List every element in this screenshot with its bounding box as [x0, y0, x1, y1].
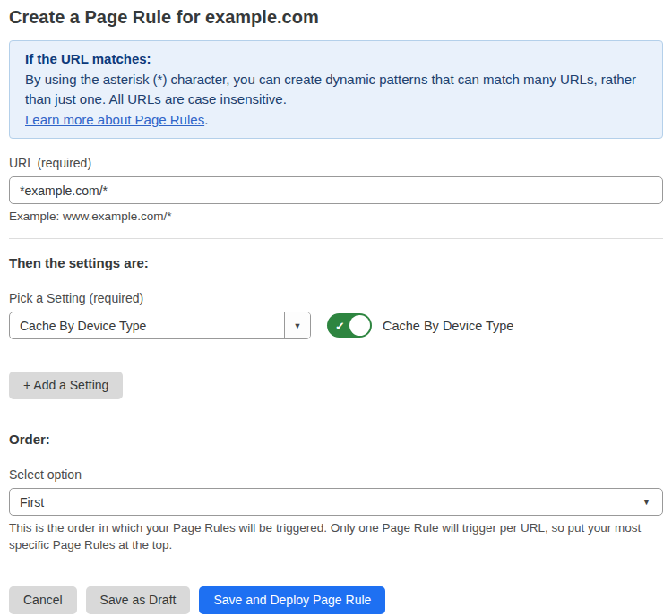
chevron-down-icon[interactable]: ▼ — [284, 312, 310, 338]
divider — [9, 415, 663, 415]
setting-select[interactable]: Cache By Device Type ▼ — [9, 312, 311, 339]
setting-row: Cache By Device Type ▼ ✓ Cache By Device… — [9, 312, 663, 339]
pick-setting-label: Pick a Setting (required) — [9, 292, 663, 305]
save-and-deploy-button[interactable]: Save and Deploy Page Rule — [199, 586, 385, 614]
divider — [9, 569, 663, 569]
link-suffix: . — [204, 112, 208, 127]
url-example-hint: Example: www.example.com/* — [9, 210, 663, 223]
setting-select-value: Cache By Device Type — [10, 319, 146, 333]
info-box-link-line: Learn more about Page Rules. — [25, 110, 647, 131]
order-help-text: This is the order in which your Page Rul… — [9, 520, 663, 553]
learn-more-link[interactable]: Learn more about Page Rules — [25, 112, 204, 127]
save-as-draft-button[interactable]: Save as Draft — [86, 586, 191, 614]
info-box-body: By using the asterisk (*) character, you… — [25, 70, 647, 110]
check-icon: ✓ — [335, 320, 345, 331]
url-match-info-box: If the URL matches: By using the asteris… — [9, 40, 663, 139]
page-title: Create a Page Rule for example.com — [9, 7, 663, 27]
add-setting-button[interactable]: + Add a Setting — [9, 372, 123, 399]
chevron-down-icon: ▼ — [642, 498, 662, 507]
order-select-label: Select option — [9, 468, 663, 482]
cache-by-device-type-toggle[interactable]: ✓ — [327, 313, 372, 338]
order-section-heading: Order: — [9, 432, 663, 447]
toggle-label: Cache By Device Type — [383, 319, 513, 333]
url-input[interactable] — [9, 176, 663, 204]
order-select[interactable]: First ▼ — [9, 488, 663, 516]
form-actions: Cancel Save as Draft Save and Deploy Pag… — [9, 586, 663, 614]
info-box-heading: If the URL matches: — [25, 49, 647, 70]
settings-section-heading: Then the settings are: — [9, 256, 663, 270]
order-select-value: First — [10, 495, 44, 509]
url-label: URL (required) — [9, 157, 663, 170]
toggle-knob — [349, 315, 370, 336]
create-page-rule-form: Create a Page Rule for example.com If th… — [0, 0, 672, 614]
divider — [9, 238, 663, 239]
cancel-button[interactable]: Cancel — [9, 586, 77, 614]
